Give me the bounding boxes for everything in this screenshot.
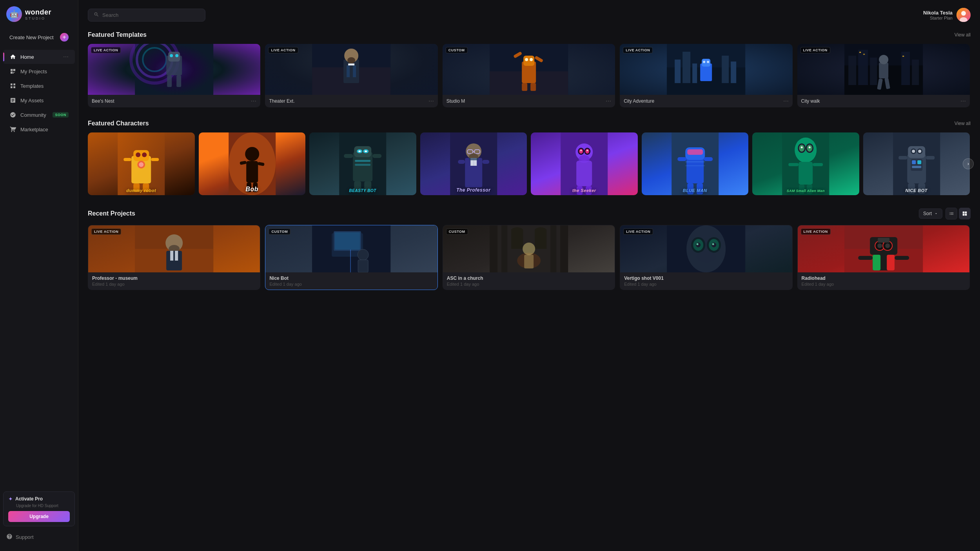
template-card-city-walk[interactable]: LIVE ACTION: [797, 44, 970, 107]
vertigo-name: Vertigo shot V001: [624, 276, 788, 281]
sidebar-item-my-assets[interactable]: My Assets: [3, 93, 75, 107]
svg-rect-12: [176, 75, 181, 87]
svg-point-109: [580, 150, 582, 151]
sort-dropdown[interactable]: Sort: [919, 208, 942, 219]
template-card-studio-m[interactable]: CUSTOM: [443, 44, 615, 107]
characters-next-button[interactable]: ›: [963, 158, 974, 169]
sidebar-item-marketplace[interactable]: Marketplace: [3, 122, 75, 136]
seeker-label: the Seeker: [531, 188, 638, 193]
featured-templates-view-all[interactable]: View all: [955, 32, 971, 38]
recent-card-professor-museum[interactable]: LIVE ACTION Professor - museum Edite: [88, 225, 260, 290]
sidebar-item-home[interactable]: Home ⋯: [3, 50, 75, 64]
svg-point-208: [885, 243, 890, 248]
template-card-bees-nest[interactable]: LIVE ACTION: [88, 44, 260, 107]
svg-rect-212: [887, 255, 895, 270]
svg-rect-11: [167, 75, 172, 87]
search-box[interactable]: [88, 9, 205, 22]
svg-point-25: [525, 58, 528, 61]
home-icon: [9, 53, 16, 60]
svg-rect-50: [863, 54, 865, 55]
svg-rect-49: [859, 52, 861, 53]
svg-point-200: [712, 243, 714, 245]
theater-menu[interactable]: ⋯: [428, 98, 434, 104]
char-card-professor[interactable]: The Professor: [420, 132, 527, 195]
asc-church-edit: Edited 1 day ago: [447, 282, 611, 286]
char-card-blue-man[interactable]: BLUE MAN: [642, 132, 749, 195]
featured-templates-section: Featured Templates View all LIVE ACTION: [88, 31, 971, 107]
user-name: Nikola Tesla: [923, 10, 953, 16]
sidebar-item-community[interactable]: Community SOON: [3, 108, 75, 122]
bees-nest-menu[interactable]: ⋯: [251, 98, 256, 104]
recent-card-nice-bot[interactable]: CUSTOM: [265, 225, 437, 290]
pro-icon: ✦: [8, 496, 13, 502]
svg-point-110: [586, 150, 588, 151]
svg-rect-33: [675, 60, 681, 83]
svg-point-131: [809, 147, 811, 149]
svg-rect-186: [501, 225, 507, 272]
user-profile[interactable]: Nikola Tesla Starter Plan: [923, 8, 971, 22]
home-menu-icon[interactable]: ⋯: [63, 54, 69, 60]
upgrade-button[interactable]: Upgrade: [8, 511, 70, 522]
char-card-seeker[interactable]: the Seeker: [531, 132, 638, 195]
city-adventure-menu[interactable]: ⋯: [783, 98, 789, 104]
create-new-project-button[interactable]: Create New Project +: [3, 30, 75, 45]
featured-characters-row: dummy robot: [88, 132, 971, 195]
svg-rect-190: [524, 255, 534, 268]
char-card-dummy-robot[interactable]: dummy robot: [88, 132, 195, 195]
svg-rect-48: [912, 60, 919, 85]
city-walk-name: City walk: [801, 98, 820, 104]
my-projects-label: My Projects: [20, 69, 47, 74]
studio-m-menu[interactable]: ⋯: [606, 98, 611, 104]
template-card-theater[interactable]: LIVE ACTION: [265, 44, 437, 107]
svg-rect-146: [917, 160, 921, 164]
svg-rect-209: [878, 238, 889, 243]
list-view-button[interactable]: [946, 208, 957, 219]
svg-point-26: [530, 58, 533, 61]
template-card-city-adventure[interactable]: LIVE ACTION: [620, 44, 792, 107]
avatar: [956, 8, 971, 22]
featured-characters-header: Featured Characters View all: [88, 120, 971, 127]
char-card-nice-bot[interactable]: NICE BOT: [863, 132, 970, 195]
recent-card-radiohead[interactable]: LIVE ACTION: [797, 225, 970, 290]
sidebar-item-templates[interactable]: Templates: [3, 79, 75, 93]
svg-rect-70: [246, 161, 258, 183]
char-card-beasty-bot[interactable]: BEASTY BOT: [309, 132, 416, 195]
sam-label: SAM Small Alien Man: [752, 189, 859, 193]
svg-rect-145: [912, 160, 916, 164]
svg-rect-211: [873, 255, 880, 270]
projects-icon: [9, 68, 16, 75]
svg-rect-187: [550, 225, 556, 272]
svg-rect-20: [348, 63, 355, 65]
community-label: Community: [20, 112, 46, 118]
svg-point-199: [697, 243, 699, 245]
svg-rect-51: [902, 56, 904, 57]
recent-card-asc-church[interactable]: CUSTOM: [443, 225, 615, 290]
char-card-sam[interactable]: SAM Small Alien Man: [752, 132, 859, 195]
sidebar-item-support[interactable]: Support: [0, 529, 78, 545]
svg-rect-35: [692, 63, 697, 83]
grid-view-button[interactable]: [959, 208, 971, 219]
svg-point-1: [961, 11, 966, 16]
char-card-bob[interactable]: Bob: [199, 132, 306, 195]
studio-m-name: Studio M: [446, 98, 465, 104]
svg-point-10: [175, 54, 178, 57]
community-soon-badge: SOON: [53, 112, 69, 118]
svg-rect-121: [704, 157, 713, 161]
marketplace-label: Marketplace: [20, 127, 48, 132]
featured-characters-view-all[interactable]: View all: [955, 121, 971, 126]
asc-church-name: ASC in a church: [447, 276, 611, 281]
recent-card-vertigo[interactable]: LIVE ACTION: [620, 225, 792, 290]
professor-museum-edit: Edited 1 day ago: [92, 282, 256, 286]
svg-rect-175: [175, 251, 178, 261]
svg-rect-97: [469, 158, 478, 160]
sort-label: Sort: [923, 211, 932, 216]
svg-rect-18: [347, 65, 350, 77]
city-walk-menu[interactable]: ⋯: [960, 98, 966, 104]
svg-point-197: [696, 243, 701, 247]
bob-label: Bob: [199, 186, 306, 193]
search-input[interactable]: [102, 12, 200, 18]
svg-rect-132: [799, 162, 813, 185]
sidebar-item-my-projects[interactable]: My Projects: [3, 64, 75, 78]
templates-icon: [9, 82, 16, 89]
support-icon: [6, 533, 13, 541]
